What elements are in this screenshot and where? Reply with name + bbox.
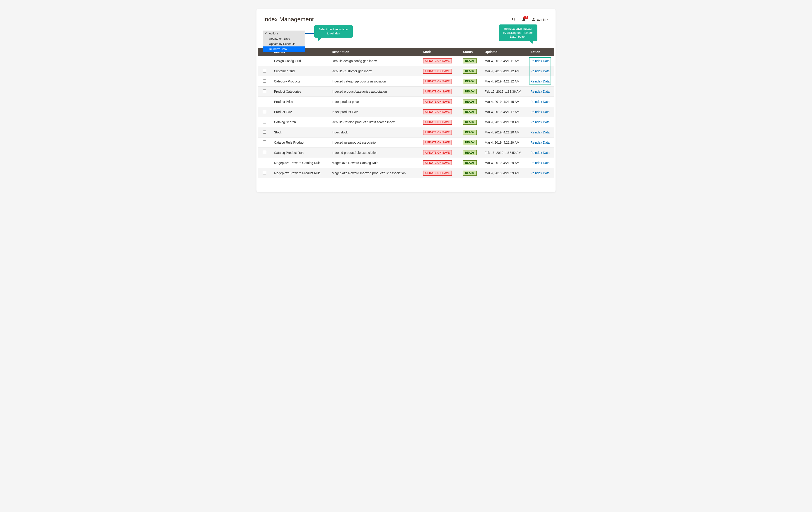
- cell-updated: Mar 4, 2019, 4:21:11 AM: [482, 56, 528, 66]
- status-badge: READY: [463, 89, 477, 94]
- row-checkbox[interactable]: [263, 110, 266, 113]
- cell-description: Indexed category/products association: [329, 76, 421, 87]
- callout-reindex-each: Reindex each indexer by clicking on "Rei…: [499, 25, 538, 41]
- status-badge: READY: [463, 140, 477, 145]
- mode-badge: UPDATE ON SAVE: [423, 69, 452, 74]
- mode-badge: UPDATE ON SAVE: [423, 130, 452, 135]
- table-row: Catalog Rule ProductIndexed rule/product…: [258, 138, 554, 148]
- cell-description: Indexed rule/product association: [329, 138, 421, 148]
- reindex-data-link[interactable]: Reindex Data: [530, 80, 550, 83]
- reindex-data-link[interactable]: Reindex Data: [530, 69, 550, 73]
- actions-dropdown[interactable]: Actions Update on Save Update by Schedul…: [263, 31, 305, 52]
- reindex-data-link[interactable]: Reindex Data: [530, 141, 550, 144]
- mode-badge: UPDATE ON SAVE: [423, 89, 452, 94]
- reindex-data-link[interactable]: Reindex Data: [530, 131, 550, 134]
- reindex-data-link[interactable]: Reindex Data: [530, 90, 550, 93]
- mode-badge: UPDATE ON SAVE: [423, 161, 452, 165]
- mode-badge: UPDATE ON SAVE: [423, 150, 452, 155]
- table-row: Mageplaza Reward Product RuleMageplaza R…: [258, 168, 554, 178]
- cell-indexer: Product EAV: [271, 107, 329, 117]
- cell-description: Rebuild Catalog product fulltext search …: [329, 117, 421, 127]
- mode-badge: UPDATE ON SAVE: [423, 58, 452, 63]
- notifications-icon[interactable]: 12: [522, 17, 526, 22]
- row-checkbox[interactable]: [263, 161, 266, 164]
- row-checkbox[interactable]: [263, 100, 266, 103]
- row-checkbox[interactable]: [263, 171, 266, 174]
- cell-updated: Mar 4, 2019, 4:21:29 AM: [482, 138, 528, 148]
- row-checkbox[interactable]: [263, 120, 266, 123]
- table-row: Catalog SearchRebuild Catalog product fu…: [258, 117, 554, 127]
- user-label: admin: [537, 18, 546, 21]
- mode-badge: UPDATE ON SAVE: [423, 171, 452, 176]
- actions-option-actions[interactable]: Actions: [263, 31, 305, 36]
- col-header-status[interactable]: Status: [460, 48, 482, 56]
- page-title: Index Management: [263, 16, 314, 23]
- admin-page: Index Management 12 admin Select multipl…: [257, 9, 555, 192]
- col-header-updated[interactable]: Updated: [482, 48, 528, 56]
- status-badge: READY: [463, 171, 477, 176]
- mode-badge: UPDATE ON SAVE: [423, 99, 452, 104]
- table-row: Mageplaza Reward Catalog RuleMageplaza R…: [258, 158, 554, 168]
- actions-option-update-by-schedule[interactable]: Update by Schedule: [263, 41, 305, 47]
- cell-updated: Mar 4, 2019, 4:21:12 AM: [482, 66, 528, 76]
- reindex-data-link[interactable]: Reindex Data: [530, 161, 550, 165]
- header-actions: 12 admin: [512, 17, 549, 22]
- status-badge: READY: [463, 161, 477, 165]
- col-header-action[interactable]: Action: [528, 48, 554, 56]
- row-checkbox[interactable]: [263, 140, 266, 144]
- dropdown-underline: [305, 33, 316, 34]
- status-badge: READY: [463, 150, 477, 155]
- mode-badge: UPDATE ON SAVE: [423, 79, 452, 84]
- cell-indexer: Catalog Product Rule: [271, 148, 329, 158]
- search-icon[interactable]: [512, 17, 516, 22]
- status-badge: READY: [463, 99, 477, 104]
- cell-indexer: Catalog Rule Product: [271, 138, 329, 148]
- actions-option-reindex-data[interactable]: Reindex Data: [263, 47, 305, 52]
- mode-badge: UPDATE ON SAVE: [423, 140, 452, 145]
- row-checkbox[interactable]: [263, 79, 266, 83]
- status-badge: READY: [463, 69, 477, 74]
- row-checkbox[interactable]: [263, 151, 266, 154]
- row-checkbox[interactable]: [263, 69, 266, 73]
- status-badge: READY: [463, 120, 477, 124]
- reindex-data-link[interactable]: Reindex Data: [530, 151, 550, 154]
- actions-option-update-on-save[interactable]: Update on Save: [263, 36, 305, 41]
- row-checkbox[interactable]: [263, 59, 266, 62]
- cell-indexer: Customer Grid: [271, 66, 329, 76]
- table-row: Product EAVIndex product EAVUPDATE ON SA…: [258, 107, 554, 117]
- cell-updated: Feb 15, 2019, 1:38:52 AM: [482, 148, 528, 158]
- row-checkbox[interactable]: [263, 130, 266, 134]
- cell-description: Mageplaza Reward Catalog Rule: [329, 158, 421, 168]
- index-grid: Indexer Description Mode Status Updated …: [258, 48, 554, 178]
- cell-updated: Mar 4, 2019, 4:21:29 AM: [482, 158, 528, 168]
- chevron-down-icon: [547, 19, 549, 20]
- reindex-data-link[interactable]: Reindex Data: [530, 59, 550, 63]
- cell-updated: Mar 4, 2019, 4:21:20 AM: [482, 117, 528, 127]
- notification-badge: 12: [523, 16, 528, 19]
- cell-updated: Feb 15, 2019, 1:38:36 AM: [482, 87, 528, 97]
- cell-updated: Mar 4, 2019, 4:21:12 AM: [482, 76, 528, 87]
- table-row: Catalog Product RuleIndexed product/rule…: [258, 148, 554, 158]
- cell-updated: Mar 4, 2019, 4:21:15 AM: [482, 97, 528, 107]
- reindex-data-link[interactable]: Reindex Data: [530, 171, 550, 175]
- reindex-data-link[interactable]: Reindex Data: [530, 110, 550, 114]
- cell-updated: Mar 4, 2019, 4:21:20 AM: [482, 127, 528, 138]
- table-row: Design Config GridRebuild design config …: [258, 56, 554, 66]
- cell-description: Mageplaza Reward Indexed product/rule as…: [329, 168, 421, 178]
- status-badge: READY: [463, 58, 477, 63]
- table-row: Category ProductsIndexed category/produc…: [258, 76, 554, 87]
- cell-updated: Mar 4, 2019, 4:21:17 AM: [482, 107, 528, 117]
- cell-description: Rebuild design config grid index: [329, 56, 421, 66]
- col-header-mode[interactable]: Mode: [420, 48, 460, 56]
- user-icon: [531, 18, 535, 22]
- cell-indexer: Mageplaza Reward Catalog Rule: [271, 158, 329, 168]
- row-checkbox[interactable]: [263, 89, 266, 93]
- cell-indexer: Stock: [271, 127, 329, 138]
- cell-description: Indexed product/categories association: [329, 87, 421, 97]
- reindex-data-link[interactable]: Reindex Data: [530, 120, 550, 124]
- cell-description: Rebuild Customer grid index: [329, 66, 421, 76]
- cell-indexer: Design Config Grid: [271, 56, 329, 66]
- reindex-data-link[interactable]: Reindex Data: [530, 100, 550, 104]
- user-menu[interactable]: admin: [531, 18, 549, 22]
- col-header-description[interactable]: Description: [329, 48, 421, 56]
